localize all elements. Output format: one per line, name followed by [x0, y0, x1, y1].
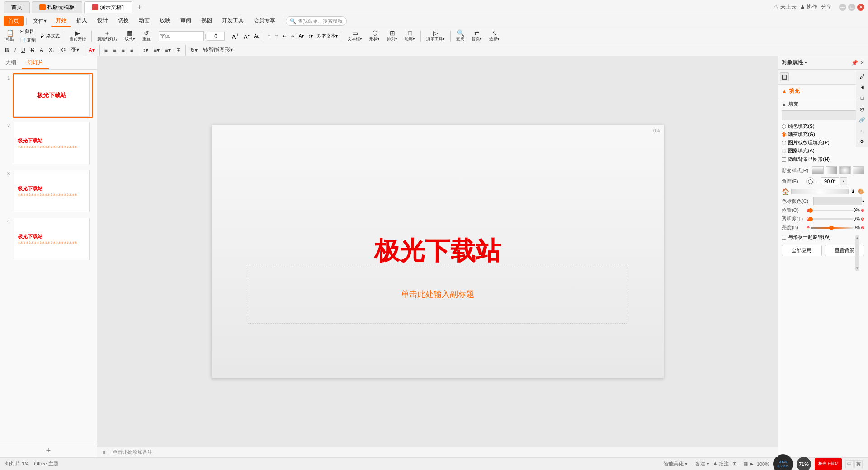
play-view-btn[interactable]: ▶	[750, 461, 753, 467]
grad-style-2[interactable]	[826, 166, 837, 174]
scroll-down-arrow[interactable]: ▼	[855, 266, 859, 270]
para-spacing-button[interactable]: ↕▾	[141, 46, 151, 55]
replace-button[interactable]: ⇄替换▾	[468, 28, 485, 43]
right-strip-icon-7[interactable]: ⚙	[858, 137, 866, 146]
menu-devtools[interactable]: 开发工具	[217, 15, 248, 27]
right-strip-icon-4[interactable]: ◎	[858, 105, 866, 113]
smart-shape-button[interactable]: 转智能图形▾	[201, 45, 235, 55]
justify-button[interactable]: ≡	[128, 46, 136, 55]
menu-insert[interactable]: 插入	[72, 15, 92, 27]
notes-text[interactable]: ≡ 单击此处添加备注	[108, 449, 152, 456]
copy-button[interactable]: 📄 复制	[18, 36, 38, 44]
pin-icon[interactable]: 📌	[851, 60, 858, 66]
right-strip-icon-6[interactable]: ↔	[858, 127, 866, 135]
present-tools-button[interactable]: ▷演示工具▾	[423, 28, 448, 43]
add-slide-button[interactable]: +	[0, 444, 97, 457]
fill-color-preview[interactable]	[782, 110, 864, 120]
menu-view[interactable]: 视图	[197, 15, 217, 27]
smart-enhance-btn[interactable]: 智能美化 ▾	[664, 461, 688, 467]
aurora-logo[interactable]: 极光下载站	[815, 458, 842, 470]
fill-option-gradient[interactable]: 渐变填充(G)	[782, 131, 864, 138]
maximize-button[interactable]: □	[848, 4, 855, 11]
reset-button[interactable]: ↺重置	[139, 28, 154, 43]
paste-button[interactable]: 📋粘贴	[3, 28, 17, 43]
align-left-button[interactable]: ≡	[102, 46, 110, 55]
menu-playback[interactable]: 放映	[155, 15, 175, 27]
fill-radio-gradient[interactable]	[782, 132, 786, 137]
shape-button[interactable]: ⬡形状▾	[366, 28, 383, 43]
menu-start[interactable]: 开始	[51, 15, 71, 27]
color-swatch-box[interactable]	[813, 197, 862, 205]
line-spacing-btn[interactable]: ↕▾	[307, 33, 315, 39]
color-arrow[interactable]: ▾	[862, 199, 864, 204]
with-shape-check[interactable]	[782, 235, 786, 240]
bullet-button[interactable]: ≡▾	[151, 46, 162, 55]
slide-canvas[interactable]: 0% 极光下载站 单击此处输入副标题	[212, 125, 664, 378]
grad-style-4[interactable]	[853, 166, 864, 174]
right-strip-icon-3[interactable]: □	[858, 94, 866, 102]
slide-preview-2[interactable]: 极光下载站 文本文本文本文本文本文本文本文本文本文本文本	[13, 121, 93, 165]
input-method-zh[interactable]: 中	[845, 460, 854, 468]
align-right-button[interactable]: ≡	[119, 46, 127, 55]
tab-doc1[interactable]: 演示文稿1	[84, 1, 132, 13]
outline-tab[interactable]: 大纲	[0, 56, 22, 69]
angle-inc[interactable]: +	[840, 177, 847, 185]
slide-thumb-3[interactable]: 3 极光下载站 文本文本文本文本文本文本文本文本文本文本文本	[4, 169, 93, 213]
shadow-button[interactable]: A	[38, 46, 46, 55]
more-format-button[interactable]: 变▾	[69, 45, 81, 55]
right-strip-icon-5[interactable]: 🔗	[858, 116, 866, 124]
grad-style-1[interactable]	[812, 166, 824, 174]
play-button[interactable]: ▶当前开始	[66, 28, 89, 43]
fill-radio-pattern[interactable]	[782, 149, 786, 153]
new-tab-button[interactable]: +	[134, 2, 145, 13]
sup-button[interactable]: X²	[58, 46, 68, 55]
outline-view-btn[interactable]: ≡	[738, 461, 741, 467]
slides-tab[interactable]: 幻灯片	[22, 56, 49, 69]
fill-tab-label[interactable]: ▲ 填充	[782, 87, 864, 95]
position-slider[interactable]	[811, 210, 853, 212]
right-strip-icon-1[interactable]: 🖊	[858, 72, 866, 80]
align-text-button[interactable]: 对齐文本▾	[316, 32, 340, 40]
slide-subtitle-text[interactable]: 单击此处输入副标题	[401, 289, 474, 300]
font-size-input[interactable]	[207, 32, 225, 41]
color-dropper[interactable]: 🌡	[850, 188, 856, 195]
new-slide-button[interactable]: ＋新建幻灯片	[94, 28, 121, 43]
italic-button[interactable]: I	[12, 46, 18, 55]
input-method-en[interactable]: 英	[854, 460, 863, 468]
slide-thumb-2[interactable]: 2 极光下载站 文本文本文本文本文本文本文本文本文本文本文本	[4, 121, 93, 165]
angle-input[interactable]	[821, 177, 839, 185]
transparency-slider[interactable]	[811, 218, 853, 220]
slide-preview-3[interactable]: 极光下载站 文本文本文本文本文本文本文本文本文本文本文本	[13, 169, 93, 213]
gradient-bar[interactable]	[791, 189, 849, 194]
num-list-button[interactable]: ≡	[274, 33, 280, 39]
brightness-slider[interactable]	[811, 227, 853, 229]
rotate-button[interactable]: ↻▾	[188, 46, 200, 55]
angle-circle[interactable]: ◯	[806, 177, 814, 185]
scroll-up-arrow[interactable]: ▲	[855, 236, 859, 240]
strikethrough-button[interactable]: S	[28, 46, 37, 55]
text-box-button[interactable]: ▭文本框▾	[344, 28, 365, 43]
layout-button[interactable]: ▦版式▾	[122, 28, 138, 43]
comments-btn[interactable]: ♟ 批注	[713, 461, 729, 467]
menu-member[interactable]: 会员专享	[249, 15, 280, 27]
fill-radio-texture[interactable]	[782, 141, 786, 145]
collab-btn[interactable]: ♟ 协作	[800, 3, 817, 11]
underline-button[interactable]: U	[19, 46, 28, 55]
tab-template[interactable]: 找版壳模板	[32, 1, 82, 13]
normal-view-btn[interactable]: ⊞	[732, 461, 736, 467]
fill-option-pattern[interactable]: 图案填充(A)	[782, 147, 864, 154]
bullet-list-button[interactable]: ≡	[266, 33, 273, 39]
slide-preview-4[interactable]: 极光下载站 文本文本文本文本文本文本文本文本文本文本文本	[13, 217, 93, 261]
minimize-button[interactable]: —	[839, 4, 846, 11]
menu-file[interactable]: 文件▾	[29, 16, 50, 26]
text-dir-button[interactable]: A▾	[297, 33, 306, 39]
fill-radio-solid[interactable]	[782, 124, 786, 129]
cut-button[interactable]: ✂ 剪切	[18, 28, 38, 36]
numbering-button[interactable]: ≡▾	[163, 46, 173, 55]
menu-design[interactable]: 设计	[93, 15, 113, 27]
indent-inc-button[interactable]: ⇥	[289, 33, 296, 39]
slide-sorter-btn[interactable]: ▦	[743, 461, 748, 467]
slide-thumb-4[interactable]: 4 极光下载站 文本文本文本文本文本文本文本文本文本文本文本	[4, 217, 93, 261]
close-panel-icon[interactable]: ✕	[860, 60, 864, 66]
indent-dec-button[interactable]: ⇤	[281, 33, 288, 39]
